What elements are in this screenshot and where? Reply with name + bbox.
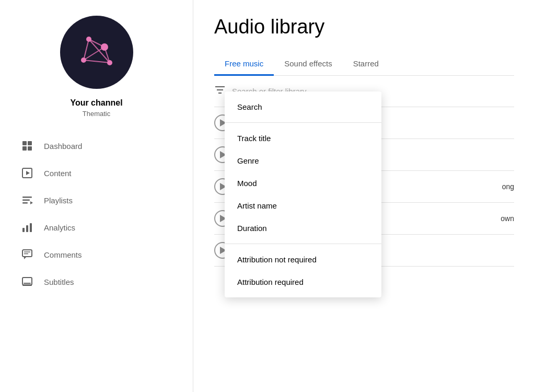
svg-marker-19 [30,201,33,204]
svg-point-6 [86,37,91,42]
filter-dropdown: Search Track title Genre Mood Artist nam… [225,91,381,297]
svg-point-8 [81,57,86,63]
sidebar-item-label-content: Content [44,169,72,178]
svg-point-9 [107,60,112,65]
dropdown-item-track-title[interactable]: Track title [225,127,381,149]
dropdown-item-search[interactable]: Search [225,96,381,118]
svg-rect-23 [22,250,32,257]
sidebar-item-content[interactable]: Content [0,159,193,187]
dropdown-divider-2 [225,244,381,244]
dropdown-item-artist-name[interactable]: Artist name [225,194,381,217]
sidebar-item-subtitles[interactable]: Subtitles [0,268,193,295]
bar-chart-icon [21,221,33,234]
svg-rect-29 [22,285,32,286]
svg-rect-16 [22,197,32,198]
channel-subtitle: Thematic [83,110,110,118]
dropdown-item-duration[interactable]: Duration [225,217,381,239]
svg-point-7 [101,43,108,51]
sidebar: Your channel Thematic Dashboard Con [0,0,193,392]
sidebar-item-comments[interactable]: Comments [0,241,193,268]
svg-line-3 [84,60,110,63]
svg-rect-17 [22,200,30,201]
grid-icon [21,140,33,152]
svg-rect-20 [22,228,25,232]
sidebar-item-analytics[interactable]: Analytics [0,214,193,241]
dropdown-item-mood[interactable]: Mood [225,172,381,194]
main-content: Audio library Free music Sound effects S… [193,0,535,392]
lines-icon [21,194,33,206]
svg-marker-26 [24,257,27,259]
avatar [60,16,133,89]
dropdown-item-attribution-required[interactable]: Attribution required [225,271,381,293]
sidebar-item-label-dashboard: Dashboard [44,142,82,151]
dropdown-item-genre[interactable]: Genre [225,149,381,172]
svg-rect-12 [22,146,27,151]
svg-marker-15 [26,171,30,175]
svg-rect-11 [28,141,32,145]
page-title: Audio library [214,16,514,38]
tab-sound-effects[interactable]: Sound effects [274,53,342,76]
dropdown-item-attribution-not-required[interactable]: Attribution not required [225,248,381,271]
subtitles-icon [21,275,33,288]
dropdown-divider-1 [225,122,381,123]
tab-starred[interactable]: Starred [343,53,389,76]
sidebar-item-label-analytics: Analytics [44,223,75,232]
svg-rect-28 [24,283,31,284]
svg-rect-10 [22,141,27,145]
play-square-icon [21,167,33,179]
sidebar-item-label-subtitles: Subtitles [44,278,74,286]
nav-list: Dashboard Content Playlists [0,132,193,295]
svg-line-4 [89,39,110,63]
filter-icon [214,84,226,98]
svg-rect-18 [22,202,28,204]
tab-bar: Free music Sound effects Starred [214,53,514,76]
comment-icon [21,248,33,261]
sidebar-item-dashboard[interactable]: Dashboard [0,132,193,159]
sidebar-item-label-playlists: Playlists [44,196,73,205]
sidebar-item-playlists[interactable]: Playlists [0,187,193,214]
svg-rect-22 [30,223,32,232]
tab-free-music[interactable]: Free music [214,53,274,76]
sidebar-item-label-comments: Comments [44,250,82,259]
svg-rect-13 [28,146,32,151]
svg-rect-21 [26,225,28,232]
channel-name: Your channel [70,98,122,108]
